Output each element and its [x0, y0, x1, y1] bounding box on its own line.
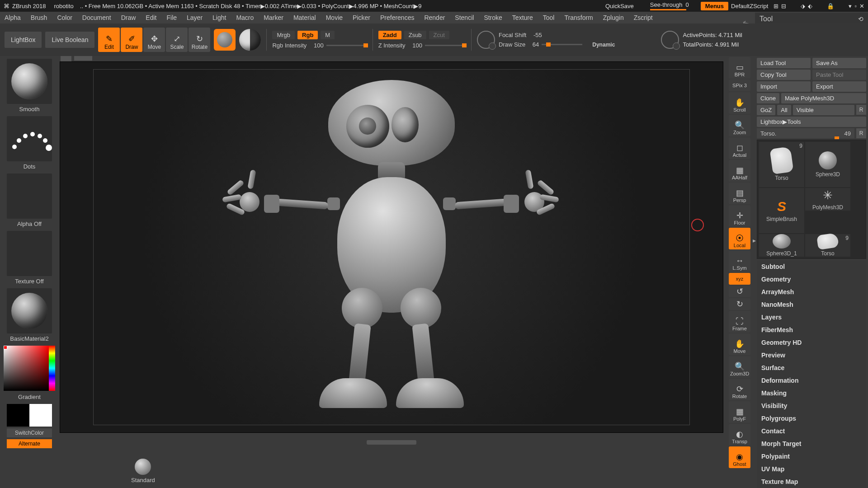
thumb-sphere3d[interactable]: Sphere3D: [805, 142, 850, 187]
palette-polygroups[interactable]: Polygroups: [757, 412, 866, 425]
copy-tool-button[interactable]: Copy Tool: [757, 70, 811, 80]
right-actual-button[interactable]: ◻Actual: [729, 137, 750, 159]
sculptris-button[interactable]: [239, 29, 261, 51]
menu-stroke[interactable]: Stroke: [484, 14, 502, 21]
torso-r-button[interactable]: R: [856, 128, 866, 138]
right-zoom-button[interactable]: 🔍Zoom: [729, 115, 750, 136]
mode-move-button[interactable]: ✥Move: [143, 28, 165, 52]
goz-r-button[interactable]: R: [856, 105, 866, 115]
menu-layer[interactable]: Layer: [187, 14, 203, 21]
right-xyz-button[interactable]: xyz: [729, 273, 750, 285]
menu-color[interactable]: Color: [57, 14, 72, 21]
right-polyf-button[interactable]: ▦PolyF: [729, 401, 750, 423]
draw-size-dial[interactable]: [477, 31, 495, 49]
menu-file[interactable]: File: [166, 14, 177, 21]
right-zoom3d-button[interactable]: 🔍Zoom3D: [729, 356, 750, 378]
color-picker[interactable]: [4, 346, 49, 391]
palette-subtool[interactable]: Subtool: [757, 260, 866, 273]
layout-icon-2[interactable]: ⊟: [781, 3, 786, 9]
palette-deformation[interactable]: Deformation: [757, 374, 866, 387]
menu-texture[interactable]: Texture: [512, 14, 533, 21]
alpha-thumb[interactable]: [7, 174, 52, 219]
document-canvas[interactable]: [60, 61, 723, 433]
menu-material[interactable]: Material: [293, 14, 316, 21]
dynamic-button[interactable]: Dynamic: [592, 42, 615, 48]
menu-stencil[interactable]: Stencil: [455, 14, 474, 21]
palette-surface[interactable]: Surface: [757, 361, 866, 374]
thumb-torso[interactable]: 9Torso: [759, 142, 804, 187]
palette-masking[interactable]: Masking: [757, 387, 866, 399]
swatch-row[interactable]: [7, 404, 52, 427]
lightbox-tools-button[interactable]: Lightbox▶Tools: [757, 117, 866, 127]
menu-draw[interactable]: Draw: [121, 14, 136, 21]
menu-tool[interactable]: Tool: [543, 14, 555, 21]
palette-layers[interactable]: Layers: [757, 311, 866, 324]
menus-button[interactable]: Menus: [701, 2, 728, 10]
right-↻-button[interactable]: ↻: [729, 298, 750, 310]
timeline-handle[interactable]: [367, 440, 416, 445]
menu-marker[interactable]: Marker: [264, 14, 283, 21]
menu-light[interactable]: Light: [212, 14, 226, 21]
palette-polypaint[interactable]: Polypaint: [757, 450, 866, 463]
mode-rotate-button[interactable]: ↻Rotate: [189, 28, 210, 52]
goz-visible-button[interactable]: Visible: [793, 105, 854, 115]
right-frame-button[interactable]: ⛶Frame: [729, 311, 750, 333]
close-icon[interactable]: ✕: [859, 3, 864, 9]
right-l.sym-button[interactable]: ↔L.Sym: [729, 250, 750, 272]
polycount-dial[interactable]: [661, 31, 679, 49]
mode-edit-button[interactable]: ✎Edit: [98, 28, 120, 52]
rgb-button[interactable]: Rgb: [297, 31, 318, 39]
right-persp-button[interactable]: ▤Persp: [729, 183, 750, 204]
right-spix-button[interactable]: SPix 3: [729, 80, 750, 91]
export-button[interactable]: Export: [812, 81, 866, 92]
menu-alpha[interactable]: Alpha: [5, 14, 21, 21]
standard-brush[interactable]: Standard: [131, 459, 155, 483]
palette-morph-target[interactable]: Morph Target: [757, 437, 866, 450]
mode-draw-button[interactable]: ✐Draw: [121, 28, 142, 52]
zadd-button[interactable]: Zadd: [378, 31, 401, 39]
thumb-simplebrush[interactable]: SSimpleBrush: [759, 188, 804, 233]
lock-icon[interactable]: 🔒: [827, 3, 834, 9]
palette-nanomesh[interactable]: NanoMesh: [757, 298, 866, 311]
menu-zplugin[interactable]: Zplugin: [603, 14, 624, 21]
palette-uv-map[interactable]: UV Map: [757, 463, 866, 475]
live-boolean-button[interactable]: Live Boolean: [45, 32, 94, 48]
menu-transform[interactable]: Transform: [564, 14, 593, 21]
hue-strip[interactable]: [49, 346, 55, 391]
right-rotate-button[interactable]: ⟳Rotate: [729, 379, 750, 400]
dock-right-icon[interactable]: ⬖: [808, 3, 812, 9]
thumb-sphere3d_1[interactable]: Sphere3D_1: [759, 234, 804, 257]
torso-slider[interactable]: Torso.49: [757, 128, 854, 138]
menu-edit[interactable]: Edit: [146, 14, 156, 21]
dock-left-icon[interactable]: ⬗: [801, 3, 805, 9]
make-polymesh-button[interactable]: Make PolyMesh3D: [781, 93, 866, 103]
menu-zscript[interactable]: Zscript: [634, 14, 653, 21]
maximize-icon[interactable]: ▫: [854, 3, 857, 9]
palette-visibility[interactable]: Visibility: [757, 399, 866, 412]
z-intensity-slider[interactable]: [425, 45, 466, 46]
lightbox-button[interactable]: LightBox: [5, 32, 42, 48]
material-thumb[interactable]: [7, 288, 52, 333]
defaultzscript-button[interactable]: DefaultZScript: [731, 3, 768, 9]
load-tool-button[interactable]: Load Tool: [757, 58, 811, 68]
minimize-icon[interactable]: ▾: [849, 3, 852, 9]
palette-fibermesh[interactable]: FiberMesh: [757, 324, 866, 336]
zcut-button[interactable]: Zcut: [429, 31, 449, 39]
right-scroll-button[interactable]: ✋Scroll: [729, 92, 750, 114]
alternate-button[interactable]: Alternate: [7, 439, 52, 448]
menu-macro[interactable]: Macro: [236, 14, 254, 21]
right-transp-button[interactable]: ◐Transp: [729, 424, 750, 446]
layout-icon-1[interactable]: ⊞: [774, 3, 778, 9]
quicksave-button[interactable]: QuickSave: [605, 3, 634, 9]
menu-brush[interactable]: Brush: [31, 14, 47, 21]
gradient-label[interactable]: Gradient: [18, 394, 41, 400]
texture-thumb[interactable]: [7, 231, 52, 276]
right-bpr-button[interactable]: ▭BPR: [729, 57, 750, 79]
see-through-slider[interactable]: See-through 0: [650, 1, 689, 10]
thumb-torso[interactable]: 9Torso: [805, 234, 850, 257]
expand-arrow-icon[interactable]: ▸: [753, 237, 756, 244]
right-local-button[interactable]: ⦿Local: [729, 228, 750, 249]
right-floor-button[interactable]: ✛Floor: [729, 205, 750, 227]
menu-picker[interactable]: Picker: [353, 14, 370, 21]
right-move-button[interactable]: ✋Move: [729, 333, 750, 355]
